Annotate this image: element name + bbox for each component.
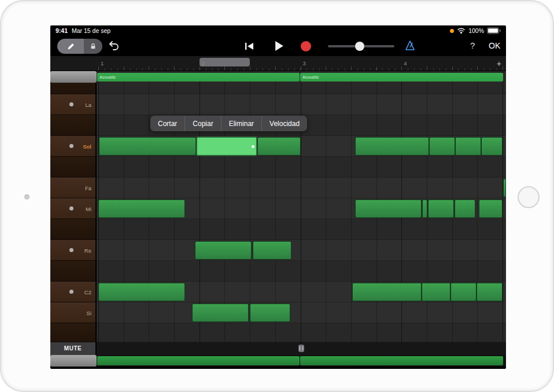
piano-key-mi[interactable]: Mi xyxy=(50,198,95,219)
lock-icon[interactable] xyxy=(84,39,102,54)
wifi-icon xyxy=(457,28,466,34)
play-icon[interactable] xyxy=(274,40,284,51)
toolbar: ? OK xyxy=(50,36,506,56)
grid-line xyxy=(503,71,503,342)
grid-line xyxy=(351,71,352,342)
grid-row[interactable] xyxy=(97,240,506,261)
overview-cap xyxy=(50,355,97,367)
piano-key-black[interactable] xyxy=(50,157,95,177)
piano-key-re[interactable]: Re xyxy=(50,240,95,261)
key-label: Fa xyxy=(85,184,91,191)
note[interactable] xyxy=(250,304,290,322)
note[interactable] xyxy=(257,137,301,156)
context-menu-copiar[interactable]: Copiar xyxy=(185,116,221,131)
key-dot xyxy=(69,144,73,148)
key-label: Mi xyxy=(86,205,91,212)
context-menu: CortarCopiarEliminarVelocidad xyxy=(150,116,307,131)
note[interactable] xyxy=(428,199,454,218)
note[interactable] xyxy=(352,283,422,301)
region-bar[interactable]: Acoustic xyxy=(97,73,300,82)
battery-icon xyxy=(487,27,501,34)
status-left: 9:41 Mar 15 de sep xyxy=(56,27,110,34)
edit-tool-toggle[interactable] xyxy=(57,39,102,54)
piano-key-black[interactable] xyxy=(50,261,95,282)
note[interactable] xyxy=(481,137,503,156)
piano-key-black[interactable] xyxy=(50,115,95,136)
ruler-ticks-beat xyxy=(98,66,503,71)
context-menu-velocidad[interactable]: Velocidad xyxy=(262,116,307,131)
overview-region[interactable] xyxy=(300,356,503,365)
piano-key-la[interactable]: La xyxy=(50,94,95,115)
note[interactable] xyxy=(98,283,185,301)
key-label: Si xyxy=(87,309,91,316)
grid-line xyxy=(301,71,301,342)
front-camera xyxy=(24,194,29,199)
grid-row[interactable] xyxy=(97,302,506,323)
note[interactable] xyxy=(195,241,252,260)
key-label: La xyxy=(85,101,91,108)
playhead-handle[interactable] xyxy=(298,345,304,352)
note-length-handle[interactable] xyxy=(252,145,254,148)
grid-row[interactable] xyxy=(97,261,506,282)
home-button[interactable] xyxy=(518,186,540,208)
piano-key-sol[interactable]: Sol xyxy=(50,136,95,157)
measure-number: 4 xyxy=(404,60,407,66)
ipad-device-frame: 9:41 Mar 15 de sep 100% xyxy=(0,0,554,392)
note[interactable] xyxy=(253,241,291,260)
note[interactable] xyxy=(98,199,185,218)
status-time: 9:41 xyxy=(56,27,68,34)
timeline-ruler[interactable]: 1234 + xyxy=(50,56,506,71)
piano-roll: AcousticAcoustic LaSolFaMiReC2Si CortarC… xyxy=(50,71,506,342)
note[interactable] xyxy=(455,137,481,156)
note[interactable] xyxy=(422,283,450,301)
piano-key-black[interactable] xyxy=(50,323,95,342)
note[interactable] xyxy=(429,137,455,156)
note[interactable] xyxy=(477,283,503,301)
note[interactable] xyxy=(99,137,196,156)
key-dot xyxy=(69,248,73,252)
ruler-selection-highlight[interactable] xyxy=(200,58,250,66)
undo-icon[interactable] xyxy=(108,40,120,50)
note[interactable] xyxy=(450,283,477,301)
region-bar[interactable]: Acoustic xyxy=(300,73,503,82)
record-button[interactable] xyxy=(301,41,311,51)
note[interactable] xyxy=(355,137,429,156)
piano-key-fa[interactable]: Fa xyxy=(50,177,95,198)
note[interactable] xyxy=(355,199,422,218)
add-measure-button[interactable]: + xyxy=(497,59,501,68)
metronome-icon[interactable] xyxy=(404,40,416,51)
note[interactable] xyxy=(192,304,249,322)
note[interactable] xyxy=(503,179,506,197)
measure-number: 3 xyxy=(303,60,306,66)
selected-note[interactable] xyxy=(197,137,257,156)
slider-thumb[interactable] xyxy=(355,42,364,51)
overview-region[interactable] xyxy=(97,356,300,365)
grid-row[interactable] xyxy=(97,157,506,177)
piano-key-black[interactable] xyxy=(50,219,95,240)
context-menu-eliminar[interactable]: Eliminar xyxy=(221,116,262,131)
context-menu-cortar[interactable]: Cortar xyxy=(150,116,185,131)
ok-button[interactable]: OK xyxy=(489,41,500,50)
volume-slider[interactable] xyxy=(328,40,394,52)
status-bar: 9:41 Mar 15 de sep 100% xyxy=(50,25,506,36)
help-button[interactable]: ? xyxy=(470,40,475,50)
note[interactable] xyxy=(479,199,503,218)
note[interactable] xyxy=(455,199,475,218)
grid-line xyxy=(326,71,326,342)
pencil-icon[interactable] xyxy=(57,39,84,54)
note[interactable] xyxy=(422,199,427,218)
grid-row[interactable] xyxy=(97,94,506,115)
grid-row[interactable] xyxy=(97,219,506,240)
skip-to-start-icon[interactable] xyxy=(243,42,255,51)
region-label: Acoustic xyxy=(300,73,503,82)
grid-row[interactable] xyxy=(97,177,506,198)
recording-indicator-dot xyxy=(450,29,454,33)
key-dot xyxy=(69,206,73,210)
note-grid[interactable]: AcousticAcoustic xyxy=(97,71,506,342)
grid-row[interactable] xyxy=(97,323,506,342)
mute-button[interactable]: MUTE xyxy=(50,342,97,355)
piano-key-c2[interactable]: C2 xyxy=(50,282,95,302)
grid-line xyxy=(200,71,200,342)
piano-key-si[interactable]: Si xyxy=(50,302,95,323)
measure-number: 1 xyxy=(101,60,104,66)
